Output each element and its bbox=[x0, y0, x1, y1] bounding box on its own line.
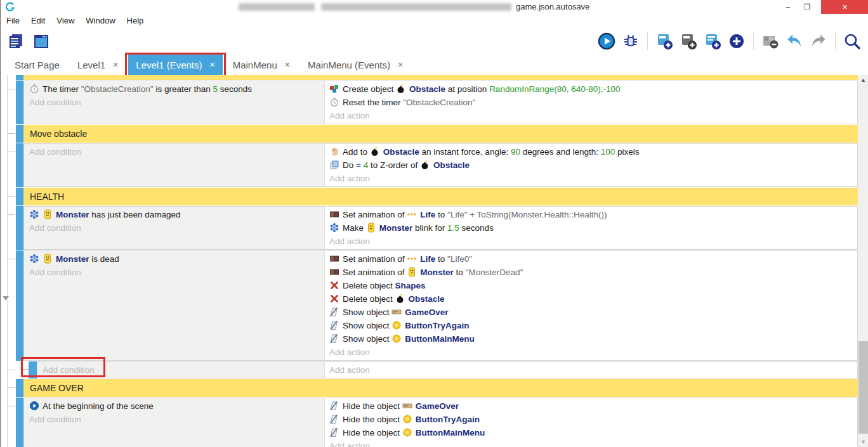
text-segment: "ObstacleCreation" bbox=[81, 84, 154, 94]
action[interactable]: Add to Obstacle an instant force, angle:… bbox=[329, 145, 857, 159]
add-action-button[interactable]: Add action bbox=[329, 235, 857, 248]
menu-item-view[interactable]: View bbox=[51, 14, 80, 28]
toggle-disabled-events-button[interactable] bbox=[760, 31, 780, 51]
event-cells: Add conditionAdd to Obstacle an instant … bbox=[23, 143, 858, 187]
conditions-cell: Monster is deadAdd condition bbox=[24, 251, 325, 360]
event-block[interactable]: Monster has just been damagedAdd conditi… bbox=[16, 206, 858, 250]
add-action-button[interactable]: Add action bbox=[329, 439, 857, 447]
group-header-fill bbox=[23, 75, 858, 80]
event-bar bbox=[16, 398, 23, 447]
condition[interactable]: The timer "ObstacleCreation" is greater … bbox=[29, 82, 324, 96]
text-segment: to bbox=[454, 268, 466, 277]
text-segment: has just been damaged bbox=[89, 210, 181, 219]
action[interactable]: Delete object Shapes bbox=[329, 279, 857, 292]
condition[interactable]: Monster is dead bbox=[29, 252, 324, 266]
event-block[interactable]: Add conditionAdd to Obstacle an instant … bbox=[16, 143, 858, 187]
anim-icon bbox=[329, 254, 339, 264]
tab-mainmenu[interactable]: MainMenu× bbox=[225, 55, 298, 75]
object-name: Monster bbox=[420, 268, 454, 277]
close-tab-icon[interactable]: × bbox=[113, 60, 118, 70]
add-condition-button[interactable]: Add condition bbox=[29, 266, 324, 279]
add-condition-button[interactable]: Add condition bbox=[29, 413, 324, 426]
scene-editor-button[interactable] bbox=[31, 31, 51, 51]
menu-item-edit[interactable]: Edit bbox=[25, 14, 51, 28]
action[interactable]: Hide the object GameOver bbox=[329, 399, 857, 413]
add-condition-button[interactable]: Add condition bbox=[29, 145, 324, 159]
visibility-icon bbox=[329, 414, 339, 424]
group-header[interactable]: GAME OVER bbox=[16, 379, 858, 397]
object-name: ButtonMainMenu bbox=[416, 428, 485, 437]
action[interactable]: Do = 4 to Z-order of Obstacle bbox=[329, 159, 857, 172]
add-action-button[interactable]: Add action bbox=[329, 172, 857, 185]
actions-cell: Create object Obstacle at position Rando… bbox=[325, 81, 857, 124]
undo-button[interactable] bbox=[784, 31, 805, 51]
close-tab-icon[interactable]: × bbox=[210, 60, 215, 70]
text-segment: Make bbox=[343, 223, 366, 233]
action[interactable]: Show object GameOver bbox=[329, 306, 857, 319]
group-header[interactable]: HEALTH bbox=[16, 188, 858, 205]
group-header[interactable]: Move obstacle bbox=[16, 125, 858, 143]
search-button[interactable] bbox=[842, 31, 862, 51]
menu-item-help[interactable]: Help bbox=[121, 14, 150, 28]
action[interactable]: Hide the object ButtonTryAgain bbox=[329, 413, 857, 426]
scrollbar-thumb[interactable] bbox=[858, 341, 868, 434]
menu-item-file[interactable]: File bbox=[1, 14, 25, 28]
close-button[interactable]: ✕ bbox=[821, 0, 868, 14]
add-action-button[interactable]: Add action bbox=[329, 109, 857, 122]
add-action-button[interactable]: Add action bbox=[329, 363, 857, 377]
action[interactable]: Show object ButtonTryAgain bbox=[329, 319, 857, 332]
minimize-button[interactable]: – bbox=[780, 0, 796, 14]
project-manager-button[interactable] bbox=[6, 31, 26, 51]
add-action-button[interactable]: Add action bbox=[329, 346, 857, 359]
vertical-scrollbar[interactable]: ▲ ▼ bbox=[858, 75, 868, 447]
add-comment-event-button[interactable] bbox=[678, 31, 699, 51]
event-block[interactable]: At the beginning of the sceneAdd conditi… bbox=[16, 398, 858, 447]
action[interactable]: Hide the object ButtonMainMenu bbox=[329, 426, 857, 439]
action[interactable]: Set animation of Life to "Life" + ToStri… bbox=[329, 208, 857, 221]
menu-item-window[interactable]: Window bbox=[80, 14, 121, 28]
action[interactable]: Delete object Obstacle bbox=[329, 292, 857, 306]
tab-mainmenu-events-[interactable]: MainMenu (Events)× bbox=[300, 55, 411, 75]
text-segment: at position bbox=[445, 84, 489, 94]
add-event-button[interactable] bbox=[654, 31, 674, 51]
tab-level1[interactable]: Level1× bbox=[70, 55, 126, 75]
action[interactable]: Show object ButtonMainMenu bbox=[329, 332, 857, 346]
play-button[interactable] bbox=[596, 31, 617, 51]
maximize-button[interactable]: ❐ bbox=[799, 0, 815, 14]
text-segment: Show object bbox=[343, 308, 391, 317]
group-header-partial[interactable] bbox=[16, 75, 858, 80]
condition[interactable]: Monster has just been damaged bbox=[29, 208, 324, 221]
toolbar-separator bbox=[647, 32, 648, 50]
timer-icon bbox=[29, 84, 39, 94]
scroll-up-arrow-icon[interactable]: ▲ bbox=[858, 75, 868, 85]
event-block[interactable]: Monster is deadAdd conditionSet animatio… bbox=[16, 250, 858, 361]
scroll-down-arrow-icon[interactable]: ▼ bbox=[858, 437, 868, 447]
action[interactable]: Create object Obstacle at position Rando… bbox=[329, 82, 857, 96]
sub-event-block[interactable]: Add conditionAdd action bbox=[16, 361, 858, 379]
add-condition-button[interactable]: Add condition bbox=[29, 96, 324, 109]
tab-start-page[interactable]: Start Page bbox=[7, 55, 67, 75]
condition[interactable]: At the beginning of the scene bbox=[29, 399, 324, 413]
close-tab-icon[interactable]: × bbox=[398, 60, 403, 70]
action[interactable]: Set animation of Monster to "MonsterDead… bbox=[329, 266, 857, 279]
add-condition-button[interactable]: Add condition bbox=[29, 221, 324, 235]
add-condition-button[interactable]: Add condition bbox=[43, 363, 324, 377]
add-other-event-button[interactable] bbox=[727, 31, 747, 51]
tab-level1-events-[interactable]: Level1 (Events)× bbox=[128, 55, 222, 75]
text-segment: Do bbox=[343, 160, 356, 170]
action[interactable]: Make Monster blink for 1.5 seconds bbox=[329, 221, 857, 235]
event-bar bbox=[16, 206, 23, 250]
action[interactable]: Reset the timer "ObstacleCreation" bbox=[329, 96, 857, 109]
life-icon bbox=[407, 254, 417, 264]
event-block[interactable]: The timer "ObstacleCreation" is greater … bbox=[16, 81, 858, 124]
text-segment: "MonsterDead" bbox=[466, 268, 523, 277]
text-segment: RandomInRange(80, 640-80);-100 bbox=[489, 84, 620, 94]
bomb-icon bbox=[370, 146, 380, 157]
object-name: Obstacle bbox=[383, 147, 419, 157]
close-tab-icon[interactable]: × bbox=[285, 60, 290, 70]
debug-button[interactable] bbox=[621, 31, 641, 51]
action[interactable]: Set animation of Life to "Life0" bbox=[329, 252, 857, 266]
fold-arrow-icon[interactable] bbox=[3, 296, 9, 301]
add-subevent-button[interactable] bbox=[702, 31, 723, 51]
redo-button[interactable] bbox=[808, 31, 829, 51]
